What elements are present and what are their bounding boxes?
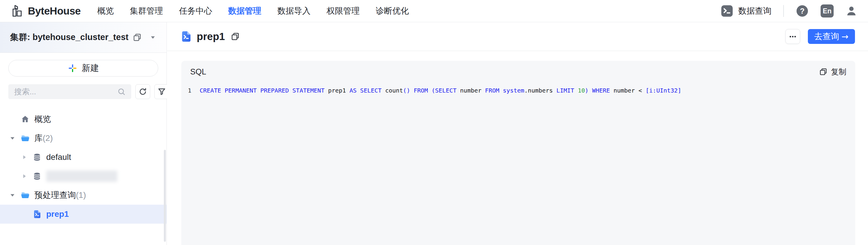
folder-icon bbox=[21, 191, 30, 200]
data-query-entry[interactable]: 数据查询 bbox=[720, 4, 771, 18]
arrow-right-icon: → bbox=[842, 32, 848, 42]
search-box[interactable] bbox=[8, 84, 131, 99]
chevron-down-icon bbox=[149, 34, 156, 41]
sql-panel: SQL 复制 1 CREATE PERMANENT PREPARED STATE… bbox=[181, 61, 855, 245]
sql-token-keyword: WHERE bbox=[592, 87, 610, 94]
header-actions: 去查询 → bbox=[785, 29, 855, 44]
topbar-divider bbox=[783, 5, 784, 17]
sql-token-plain: .numbers bbox=[524, 87, 556, 94]
page-title: prep1 bbox=[197, 31, 225, 43]
tree-item-count: (1) bbox=[76, 190, 86, 200]
filter-icon bbox=[157, 87, 166, 96]
sql-token-plain bbox=[574, 87, 578, 94]
copy-cluster-icon[interactable] bbox=[133, 33, 142, 42]
sql-token-plain: number bbox=[457, 87, 485, 94]
sql-panel-title: SQL bbox=[190, 67, 206, 77]
ellipsis-icon bbox=[788, 32, 797, 41]
object-tree: 概览 库(2) default 预处理查询(1) prep1 bbox=[0, 110, 166, 224]
tree-item-count: (2) bbox=[43, 134, 53, 143]
tree-item-prep1[interactable]: prep1 bbox=[0, 205, 166, 224]
tree-item-label: 库 bbox=[34, 133, 43, 144]
sql-token-keyword: FROM bbox=[485, 87, 499, 94]
sql-token-keyword: () bbox=[403, 87, 410, 94]
nav-item-data-management[interactable]: 数据管理 bbox=[228, 5, 261, 17]
nav-item-task-center[interactable]: 任务中心 bbox=[179, 5, 212, 17]
svg-text:?: ? bbox=[800, 7, 805, 15]
logo-text: ByteHouse bbox=[28, 5, 81, 17]
plus-icon bbox=[67, 63, 78, 73]
sidebar: 集群: bytehouse_cluster_test 新建 概览 库 bbox=[0, 22, 167, 245]
database-icon bbox=[33, 172, 41, 181]
sql-token-keyword: CREATE PERMANENT PREPARED STATEMENT bbox=[200, 87, 324, 94]
sql-token-plain: count bbox=[381, 87, 403, 94]
sql-code-line: CREATE PERMANENT PREPARED STATEMENT prep… bbox=[200, 84, 681, 97]
sql-token-plain: number < bbox=[610, 87, 646, 94]
search-input[interactable] bbox=[13, 87, 114, 97]
refresh-button[interactable] bbox=[135, 84, 150, 99]
caret-down-icon[interactable] bbox=[9, 192, 16, 199]
nav-item-data-import[interactable]: 数据导入 bbox=[277, 5, 310, 17]
bytehouse-logo[interactable]: ByteHouse bbox=[11, 4, 81, 18]
cluster-selector[interactable]: 集群: bytehouse_cluster_test bbox=[0, 22, 166, 53]
go-query-button[interactable]: 去查询 → bbox=[808, 29, 855, 44]
caret-right-icon[interactable] bbox=[21, 173, 28, 180]
caret-right-icon[interactable] bbox=[21, 154, 28, 161]
nav-item-cluster-management[interactable]: 集群管理 bbox=[130, 5, 163, 17]
nav-item-permission-management[interactable]: 权限管理 bbox=[327, 5, 360, 17]
sql-token-plain bbox=[499, 87, 503, 94]
primary-nav: 概览集群管理任务中心数据管理数据导入权限管理诊断优化 bbox=[97, 5, 409, 17]
caret-down-icon[interactable] bbox=[9, 135, 16, 142]
tree-item-prepared-queries-folder[interactable]: 预处理查询(1) bbox=[0, 186, 166, 205]
line-number: 1 bbox=[188, 84, 200, 97]
copy-sql-button[interactable]: 复制 bbox=[819, 67, 846, 77]
more-button[interactable] bbox=[785, 29, 800, 44]
sidebar-scrollbar-thumb[interactable] bbox=[164, 150, 166, 242]
new-button-label: 新建 bbox=[82, 62, 99, 74]
tree-item-label: 概览 bbox=[34, 114, 51, 125]
language-toggle[interactable]: En bbox=[820, 4, 834, 18]
database-icon bbox=[33, 153, 41, 162]
tree-item-label: default bbox=[46, 153, 71, 162]
sql-panel-header: SQL 复制 bbox=[181, 61, 855, 83]
main-header: prep1 去查询 → bbox=[167, 22, 868, 51]
data-query-label: 数据查询 bbox=[738, 5, 771, 17]
folder-icon bbox=[21, 134, 30, 143]
sql-token-keyword: FROM bbox=[414, 87, 428, 94]
copy-sql-label: 复制 bbox=[831, 67, 846, 77]
tree-item-overview[interactable]: 概览 bbox=[0, 110, 166, 129]
tree-item-databases-folder[interactable]: 库(2) bbox=[0, 129, 166, 148]
copy-title-icon[interactable] bbox=[231, 32, 240, 41]
sql-token-keyword: LIMIT bbox=[556, 87, 574, 94]
sql-token-keyword: system bbox=[503, 87, 524, 94]
topbar-right: 数据查询 ? En bbox=[720, 4, 857, 18]
search-row bbox=[8, 84, 158, 99]
search-icon bbox=[117, 87, 126, 96]
prep-file-icon bbox=[33, 210, 41, 219]
tree-item-db-redacted[interactable] bbox=[0, 167, 166, 186]
topbar: ByteHouse 概览集群管理任务中心数据管理数据导入权限管理诊断优化 数据查… bbox=[0, 0, 868, 22]
sql-token-number: 10 bbox=[578, 87, 585, 94]
prepared-statement-icon bbox=[180, 31, 192, 43]
new-button[interactable]: 新建 bbox=[8, 60, 158, 77]
refresh-icon bbox=[138, 87, 147, 96]
bytehouse-logo-icon bbox=[11, 4, 24, 18]
tree-item-label: 预处理查询 bbox=[34, 190, 76, 201]
title-group: prep1 bbox=[180, 31, 240, 43]
nav-item-diagnostics[interactable]: 诊断优化 bbox=[376, 5, 409, 17]
tree-item-label: prep1 bbox=[46, 210, 69, 219]
copy-icon bbox=[819, 67, 828, 76]
main-content: prep1 去查询 → SQL 复制 1 bbox=[167, 22, 868, 245]
redacted-label bbox=[46, 170, 117, 182]
caret-spacer bbox=[21, 211, 28, 218]
sql-token-keyword: (SELECT bbox=[432, 87, 457, 94]
caret-spacer bbox=[9, 116, 16, 123]
tree-item-db-default[interactable]: default bbox=[0, 148, 166, 167]
sql-token-plain bbox=[428, 87, 432, 94]
help-icon[interactable]: ? bbox=[796, 4, 809, 18]
sql-code-editor[interactable]: 1 CREATE PERMANENT PREPARED STATEMENT pr… bbox=[181, 83, 855, 97]
user-avatar-icon[interactable] bbox=[845, 5, 857, 17]
home-icon bbox=[21, 115, 30, 124]
nav-item-overview[interactable]: 概览 bbox=[97, 5, 114, 17]
sql-token-keyword: AS SELECT bbox=[349, 87, 381, 94]
sql-token-plain bbox=[589, 87, 592, 94]
